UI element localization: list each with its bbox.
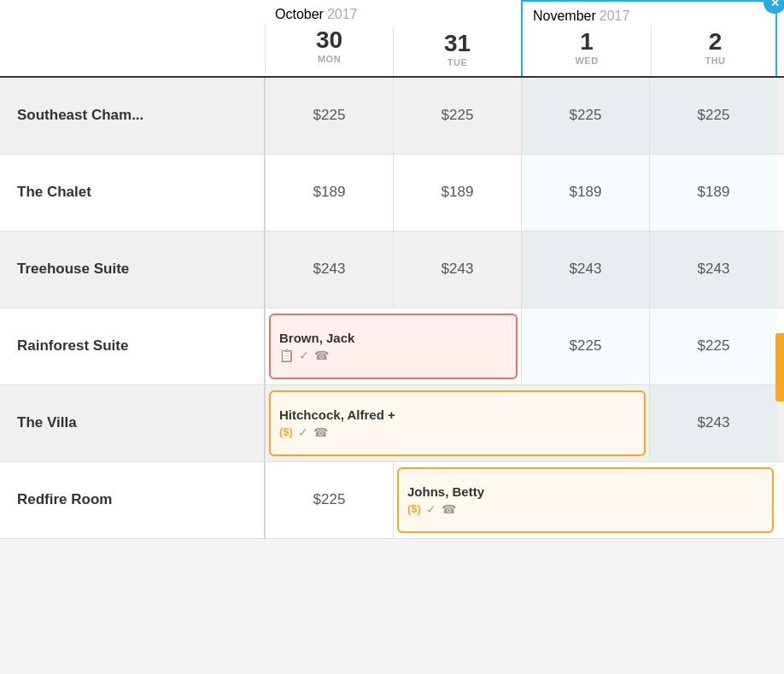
sidebar-orange-tab[interactable] (775, 333, 784, 401)
cell-chalet-31: $189 (393, 155, 521, 231)
cell-villa-booking[interactable]: Hitchcock, Alfred + ($) ✓ ☎ (265, 385, 649, 461)
cell-redfire-30: $225 (265, 462, 393, 538)
cell-treehouse-31: $243 (393, 232, 521, 308)
confirm-icon-hitchcock: ✓ (298, 425, 308, 439)
month-nov-label: November 2017 (523, 2, 775, 26)
phone-icon-hitchcock: ☎ (313, 425, 328, 439)
phone-icon-johns: ☎ (442, 502, 456, 516)
cell-rainforest-1: $225 (521, 308, 649, 384)
booking-name-hitchcock: Hitchcock, Alfred + (279, 407, 635, 422)
room-row-rainforest: Rainforest Suite Brown, Jack 📋 ✓ ☎ $225 … (0, 308, 784, 385)
confirm-icon: ✓ (299, 349, 309, 362)
room-name-rainforest: Rainforest Suite (0, 308, 265, 384)
cell-chalet-2: $189 (649, 155, 777, 231)
cell-chalet-30: $189 (265, 155, 393, 231)
month-oct-label: October 2017 (265, 0, 393, 24)
booking-name-johns: Johns, Betty (407, 484, 764, 499)
day-col-30: 30 MON (265, 24, 393, 73)
cell-rainforest-2: $225 (649, 308, 777, 384)
booking-card-hitchcock[interactable]: Hitchcock, Alfred + ($) ✓ ☎ (269, 390, 646, 456)
cell-southeast-31: $225 (393, 78, 521, 154)
room-row-treehouse: Treehouse Suite $243 $243 $243 $243 (0, 232, 784, 308)
calendar-container: October 2017 30 MON 31 TUE November 2017 (0, 0, 784, 539)
booking-name-brown: Brown, Jack (279, 331, 507, 345)
room-name-villa: The Villa (0, 385, 265, 461)
booking-icons-brown: 📋 ✓ ☎ (279, 349, 507, 362)
dollar-icon-johns: ($) (407, 502, 421, 515)
booking-icons-hitchcock: ($) ✓ ☎ (279, 425, 635, 439)
day-col-2: 2 THU (651, 26, 779, 74)
cell-southeast-2: $225 (649, 78, 777, 154)
cell-chalet-1: $189 (521, 155, 649, 231)
cell-treehouse-30: $243 (265, 232, 393, 308)
cell-treehouse-2: $243 (649, 232, 777, 308)
cell-southeast-30: $225 (265, 78, 393, 154)
booking-card-johns[interactable]: Johns, Betty ($) ✓ ☎ (397, 467, 774, 533)
room-row-villa: The Villa Hitchcock, Alfred + ($) ✓ ☎ $2… (0, 385, 784, 462)
cell-redfire-booking[interactable]: Johns, Betty ($) ✓ ☎ (393, 462, 777, 538)
cell-southeast-1: $225 (521, 78, 649, 154)
room-row-chalet: The Chalet $189 $189 $189 $189 (0, 155, 784, 232)
room-row-redfire: Redfire Room $225 Johns, Betty ($) ✓ ☎ (0, 462, 784, 539)
room-name-chalet: The Chalet (0, 155, 265, 231)
room-label-header (0, 0, 265, 76)
room-name-treehouse: Treehouse Suite (0, 232, 265, 308)
room-name-southeast: Southeast Cham... (0, 78, 265, 154)
phone-icon: ☎ (314, 349, 329, 362)
day-col-31: 31 TUE (393, 27, 521, 76)
day-col-1: 1 WED (523, 26, 651, 74)
cell-treehouse-1: $243 (521, 232, 649, 308)
confirm-icon-johns: ✓ (426, 502, 436, 516)
booking-card-brown[interactable]: Brown, Jack 📋 ✓ ☎ (269, 314, 518, 379)
room-name-redfire: Redfire Room (0, 462, 265, 538)
calendar-header: October 2017 30 MON 31 TUE November 2017 (0, 0, 784, 78)
checkin-icon: 📋 (279, 349, 294, 362)
cell-villa-2: $243 (649, 385, 777, 461)
cell-rainforest-booking[interactable]: Brown, Jack 📋 ✓ ☎ (265, 308, 521, 384)
room-row-southeast: Southeast Cham... $225 $225 $225 $225 (0, 78, 784, 155)
booking-icons-johns: ($) ✓ ☎ (407, 502, 764, 516)
dollar-icon: ($) (279, 425, 293, 438)
